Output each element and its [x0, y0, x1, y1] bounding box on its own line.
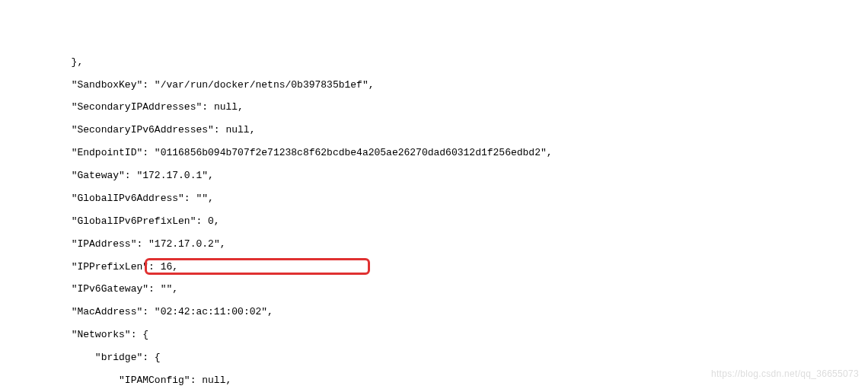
json-line: "Networks": {: [0, 330, 868, 341]
json-line: },: [0, 57, 868, 69]
json-line: "IPv6Gateway": "",: [0, 284, 868, 295]
json-line: "IPPrefixLen": 16,: [0, 262, 868, 273]
json-line: "Gateway": "172.17.0.1",: [0, 171, 868, 182]
json-line: "MacAddress": "02:42:ac:11:00:02",: [0, 307, 868, 318]
json-line: "SecondaryIPv6Addresses": null,: [0, 125, 868, 136]
terminal-output: }, "SandboxKey": "/var/run/docker/netns/…: [0, 46, 868, 389]
json-line: "GlobalIPv6Address": "",: [0, 193, 868, 205]
watermark-text: https://blog.csdn.net/qq_36655073: [711, 369, 859, 380]
json-line: "GlobalIPv6PrefixLen": 0,: [0, 216, 868, 228]
json-line: "SecondaryIPAddresses": null,: [0, 102, 868, 113]
json-line: "EndpointID": "0116856b094b707f2e71238c8…: [0, 148, 868, 159]
json-line: "SandboxKey": "/var/run/docker/netns/0b3…: [0, 80, 868, 91]
json-line: "bridge": {: [0, 352, 868, 364]
json-line: "IPAddress": "172.17.0.2",: [0, 239, 868, 250]
